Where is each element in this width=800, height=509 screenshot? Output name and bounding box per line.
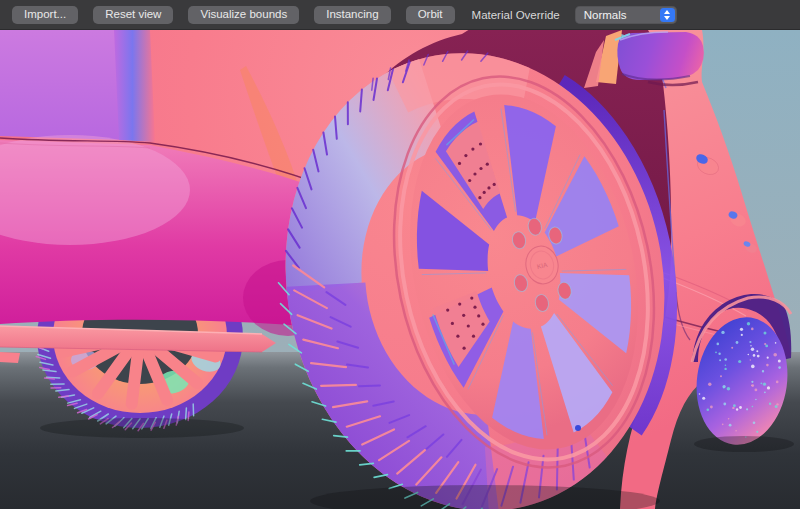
normals-render-canvas: KIA	[0, 30, 800, 509]
chevron-up-down-icon	[660, 8, 675, 22]
door-edge-blue-band	[114, 30, 155, 142]
material-override-label: Material Override	[472, 9, 560, 21]
mirror-housing	[617, 32, 703, 80]
toolbar: Import... Reset view Visualize bounds In…	[0, 0, 800, 30]
material-override-select[interactable]: Normals	[575, 6, 677, 24]
orbit-button[interactable]: Orbit	[406, 6, 455, 24]
model-viewer-window: Import... Reset view Visualize bounds In…	[0, 0, 800, 509]
3d-viewport[interactable]: KIA	[0, 30, 800, 509]
reset-view-button[interactable]: Reset view	[93, 6, 173, 24]
import-button[interactable]: Import...	[12, 6, 78, 24]
valve-stem	[575, 425, 581, 431]
visualize-bounds-button[interactable]: Visualize bounds	[188, 6, 299, 24]
instancing-button[interactable]: Instancing	[314, 6, 390, 24]
rear-door-panel	[0, 30, 123, 140]
